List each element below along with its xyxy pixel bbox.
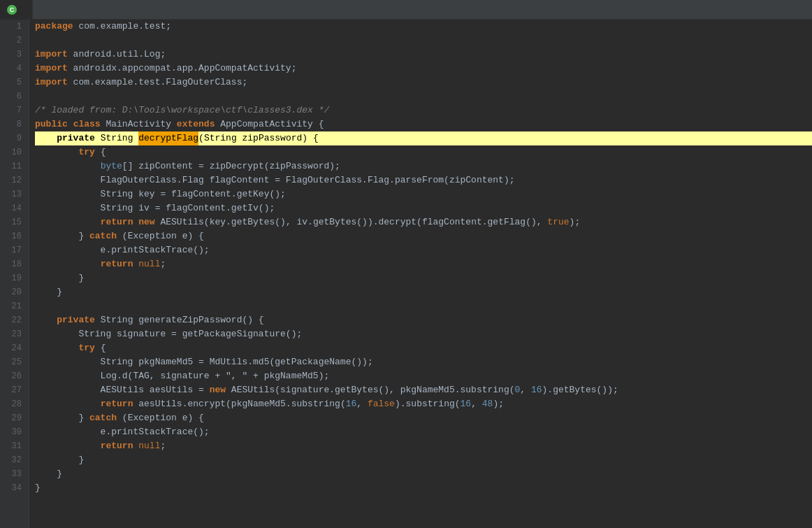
line-number: 6: [7, 90, 22, 104]
plain-token: String: [95, 131, 138, 145]
plain-token: [35, 257, 101, 271]
plain-token: e.printStackTrace();: [35, 425, 210, 439]
plain-token: com.example.test;: [73, 20, 171, 34]
plain-token: ,: [471, 397, 482, 411]
line-numbers: 1234567891011121314151617181920212223242…: [0, 20, 29, 528]
plain-token: }: [35, 411, 89, 425]
plain-token: aesUtils.encrypt(pkgNameMd5.substring(: [133, 397, 345, 411]
line-number: 10: [7, 145, 22, 159]
line-number: 30: [7, 425, 22, 439]
code-line: package com.example.test;: [35, 20, 812, 34]
line-number: 5: [7, 76, 22, 90]
code-line: import android.util.Log;: [35, 48, 812, 62]
code-line: String signature = getPackageSignature()…: [35, 327, 812, 341]
plain-token: {: [95, 145, 106, 159]
plain-token: ;: [160, 257, 166, 271]
line-number: 32: [7, 453, 22, 467]
code-line: [35, 299, 812, 313]
plain-token: [35, 159, 101, 173]
line-number: 16: [7, 229, 22, 243]
line-number: 26: [7, 369, 22, 383]
comment-token: /* loaded from: D:\Tools\workspace\ctf\c…: [35, 104, 329, 117]
line-number: 13: [7, 187, 22, 201]
plain-token: e.printStackTrace();: [35, 243, 210, 257]
line-number: 14: [7, 201, 22, 215]
kw-token: extends: [177, 117, 215, 131]
plain-token: FlagOuterClass.Flag flagContent = FlagOu…: [35, 173, 515, 187]
code-line: String key = flagContent.getKey();: [35, 187, 812, 201]
plain-token: [133, 257, 138, 271]
catch-kw-token: catch: [89, 411, 117, 425]
plain-token: (String zipPassword) {: [198, 131, 319, 145]
plain-token: ).substring(: [395, 397, 461, 411]
num-token: 16: [346, 397, 357, 411]
line-number: 20: [7, 285, 22, 299]
plain-token: ,: [520, 383, 531, 397]
plain-token: [35, 439, 101, 453]
line-number: 21: [7, 299, 22, 313]
line-number: 7: [7, 104, 22, 117]
code-line: public class MainActivity extends AppCom…: [35, 117, 812, 131]
plain-token: [35, 145, 78, 159]
code-line: private String decryptFlag(String zipPas…: [35, 131, 812, 145]
num-token: 0: [515, 383, 521, 397]
line-number: 28: [7, 397, 22, 411]
plain-token: );: [493, 397, 504, 411]
plain-token: [35, 131, 57, 145]
code-area: 1234567891011121314151617181920212223242…: [0, 20, 812, 528]
code-line: import com.example.test.FlagOuterClass;: [35, 76, 812, 90]
kw-token: return: [101, 439, 133, 453]
plain-token: AppCompatActivity {: [215, 117, 324, 131]
line-number: 8: [7, 117, 22, 131]
bool-token: null: [138, 439, 160, 453]
line-number: 19: [7, 271, 22, 285]
plain-token: AESUtils(key.getBytes(), iv.getBytes()).…: [155, 215, 548, 229]
kw-token: return: [101, 257, 133, 271]
line-number: 22: [7, 313, 22, 327]
plain-token: }: [35, 285, 62, 299]
code-line: return new AESUtils(key.getBytes(), iv.g…: [35, 215, 812, 229]
line-number: 29: [7, 411, 22, 425]
plain-token: [35, 341, 78, 355]
line-number: 34: [7, 481, 22, 495]
code-line: AESUtils aesUtils = new AESUtils(signatu…: [35, 383, 812, 397]
kw-token: return: [101, 397, 133, 411]
kw-token: new: [138, 215, 154, 229]
plain-token: }: [35, 467, 62, 481]
tab-icon: C: [7, 5, 17, 15]
line-number: 4: [7, 62, 22, 76]
plain-token: [] zipContent = zipDecrypt(zipPassword);: [122, 159, 340, 173]
code-line: e.printStackTrace();: [35, 425, 812, 439]
plain-token: );: [570, 215, 581, 229]
plain-token: (Exception e) {: [117, 229, 204, 243]
plain-token: }: [35, 453, 84, 467]
line-number: 3: [7, 48, 22, 62]
kw-token: try: [78, 341, 94, 355]
code-line: }: [35, 285, 812, 299]
code-line: /* loaded from: D:\Tools\workspace\ctf\c…: [35, 104, 812, 117]
kw-token: private: [57, 313, 95, 327]
code-line: try {: [35, 341, 812, 355]
plain-token: String signature = getPackageSignature()…: [35, 327, 302, 341]
bool-token: null: [138, 257, 160, 271]
line-number: 15: [7, 215, 22, 229]
plain-token: ,: [356, 397, 368, 411]
plain-token: String pkgNameMd5 = MdUtils.md5(getPacka…: [35, 355, 373, 369]
plain-token: AESUtils aesUtils =: [35, 383, 210, 397]
kw-token: private: [57, 131, 95, 145]
code-line: return aesUtils.encrypt(pkgNameMd5.subst…: [35, 397, 812, 411]
kw-token: import: [35, 48, 68, 62]
catch-kw-token: catch: [89, 229, 117, 243]
plain-token: com.example.test.FlagOuterClass;: [68, 76, 247, 90]
line-number: 33: [7, 467, 22, 481]
line-number: 31: [7, 439, 22, 453]
code-line: return null;: [35, 257, 812, 271]
main-tab[interactable]: C: [0, 0, 33, 20]
line-number: 9: [7, 131, 22, 145]
plain-token: }: [35, 481, 41, 495]
plain-token: [133, 439, 138, 453]
line-number: 25: [7, 355, 22, 369]
code-line: FlagOuterClass.Flag flagContent = FlagOu…: [35, 173, 812, 187]
code-lines: package com.example.test;import android.…: [29, 20, 812, 528]
num-token: 48: [482, 397, 493, 411]
